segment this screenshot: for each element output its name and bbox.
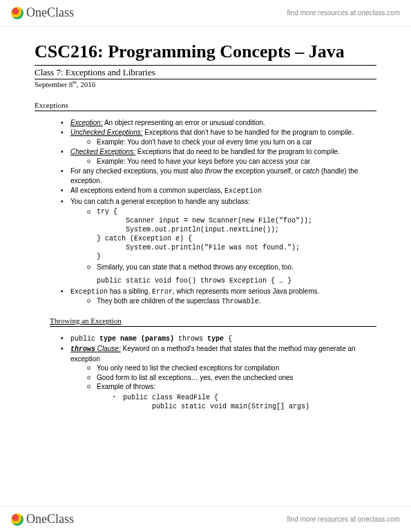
- class-subtitle: Class 7: Exceptions and Libraries: [35, 65, 376, 79]
- kw: throws: [174, 335, 207, 343]
- text: You can catch a general exception to han…: [70, 198, 250, 205]
- list-item: try { Scanner input = new Scanner(new Fi…: [87, 207, 376, 261]
- date-year: , 2016: [77, 80, 96, 88]
- term-exception: Exception:: [70, 119, 103, 126]
- def-text: Exceptions that don't have to be handled…: [143, 129, 354, 136]
- list-item: For any checked exceptions, you must als…: [61, 167, 376, 185]
- exceptions-list: Exception: An object representing an err…: [35, 118, 376, 307]
- kw: public: [70, 335, 99, 343]
- list-item: Checked Exceptions: Exceptions that do n…: [61, 147, 376, 166]
- page-header: One Class find more resources at oneclas…: [0, 0, 411, 26]
- code-throwable: Throwable: [222, 298, 259, 305]
- list-item: All exceptions extend from a common supe…: [61, 186, 376, 196]
- list-item: They both are children of the superclass…: [87, 296, 376, 307]
- term-clause: Clause:: [95, 345, 121, 352]
- term-checked: Checked Exceptions:: [70, 148, 135, 155]
- section-heading-throwing: Throwing an Exception: [50, 316, 376, 327]
- brace: {: [224, 335, 232, 343]
- brand-class: Class: [47, 6, 74, 20]
- bold-type2: type: [207, 335, 224, 343]
- header-tagline-link[interactable]: find more resources at oneclass.com: [287, 9, 400, 17]
- list-item: public class ReadFile { public static vo…: [113, 393, 376, 411]
- text: They both are children of the superclass: [97, 297, 222, 305]
- brand-one: One: [26, 512, 47, 526]
- def-text: Exceptions that do need to be handled fo…: [135, 148, 340, 155]
- text: , which represents more serious Java pro…: [173, 287, 319, 295]
- list-item: Example: You don't have to check your oi…: [87, 137, 376, 147]
- code-throws-sig: public static void foo() throws Exceptio…: [97, 276, 376, 285]
- def-text: An object representing an error or unusu…: [103, 119, 265, 126]
- bold-type: type name (params): [99, 335, 174, 343]
- italic-throw: throw: [205, 167, 222, 175]
- brand-logo-block-footer: One Class: [11, 512, 74, 526]
- brand-class: Class: [47, 512, 74, 526]
- date-prefix: September 8: [35, 80, 73, 88]
- page-title: CSC216: Programming Concepts – Java: [35, 41, 376, 62]
- text: For any checked exceptions, you must als…: [70, 167, 205, 175]
- list-item: throws Clause: Keyword on a method's hea…: [61, 344, 376, 411]
- code-exception: Exception: [70, 288, 108, 296]
- section-heading-exceptions: Exceptions: [35, 101, 376, 111]
- italic-catch: catch: [303, 167, 319, 175]
- code-try-catch: try { Scanner input = new Scanner(new Fi…: [97, 207, 376, 261]
- text: has a sibling,: [108, 287, 152, 295]
- text: All exceptions extend from a common supe…: [70, 187, 224, 194]
- page-footer: One Class find more resources at oneclas…: [0, 506, 411, 532]
- list-item: Similarly, you can state that a method t…: [87, 263, 376, 285]
- list-item: Exception has a sibling, Error, which re…: [61, 287, 376, 307]
- code-error: Error: [152, 288, 173, 296]
- footer-tagline-link[interactable]: find more resources at oneclass.com: [287, 515, 400, 523]
- list-item: Unchecked Exceptions: Exceptions that do…: [61, 128, 376, 146]
- code-readfile: public class ReadFile { public static vo…: [123, 393, 376, 411]
- term-throws: throws: [70, 345, 95, 353]
- text: Similarly, you can state that a method t…: [97, 263, 294, 271]
- brand-logo-block: One Class: [11, 6, 74, 20]
- class-date: September 8th, 2016: [35, 79, 376, 88]
- code-exception: Exception: [224, 187, 262, 195]
- term-unchecked: Unchecked Exceptions:: [70, 129, 143, 136]
- document-body: CSC216: Programming Concepts – Java Clas…: [0, 26, 411, 419]
- list-item: You only need to list the checked except…: [87, 363, 376, 373]
- list-item: You can catch a general exception to han…: [61, 197, 376, 285]
- throwing-list: public type name (params) throws type { …: [35, 334, 376, 411]
- brand-one: One: [26, 6, 47, 20]
- list-item: public type name (params) throws type {: [61, 334, 376, 344]
- oneclass-logo-icon: [11, 7, 23, 19]
- list-item: Exception: An object representing an err…: [61, 118, 376, 128]
- code-signature-template: public type name (params) throws type {: [70, 335, 232, 343]
- text: Example of throws:: [97, 383, 155, 390]
- list-item: Good form to list all exceptions… yes, e…: [87, 373, 376, 383]
- text: the exception yourself, or: [222, 167, 303, 175]
- text: .: [259, 297, 261, 305]
- oneclass-logo-icon: [11, 513, 23, 526]
- list-item: Example of throws: public class ReadFile…: [87, 382, 376, 411]
- list-item: Example: You need to have your keys befo…: [87, 157, 376, 167]
